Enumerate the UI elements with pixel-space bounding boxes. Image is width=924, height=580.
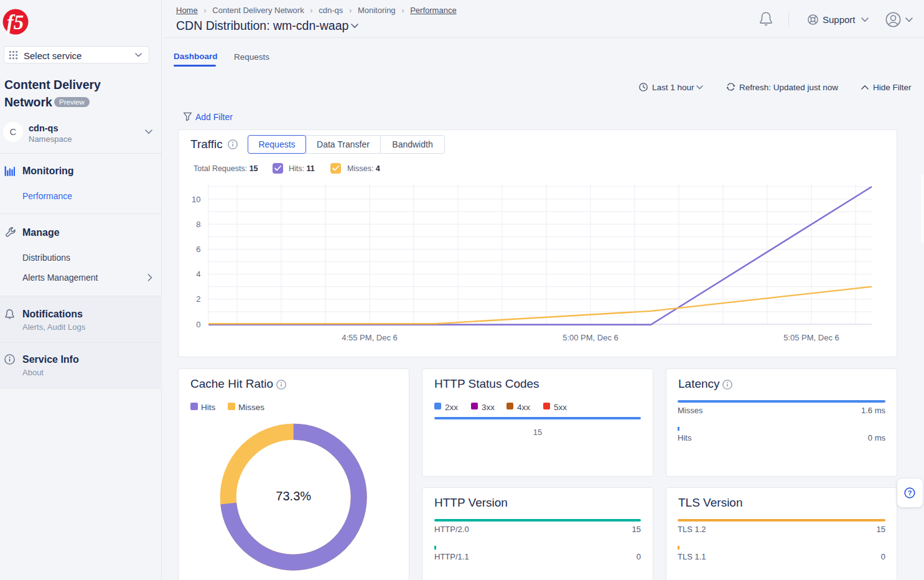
svg-text:2: 2 xyxy=(196,294,200,304)
svg-text:4: 4 xyxy=(196,269,200,279)
svg-text:4:55 PM, Dec 6: 4:55 PM, Dec 6 xyxy=(342,333,398,342)
svg-text:5:00 PM, Dec 6: 5:00 PM, Dec 6 xyxy=(562,333,618,342)
svg-text:8: 8 xyxy=(196,220,200,229)
svg-text:?: ? xyxy=(908,489,912,497)
svg-text:6: 6 xyxy=(196,245,200,254)
svg-text:0: 0 xyxy=(196,320,200,329)
svg-text:f5: f5 xyxy=(7,11,24,34)
svg-text:5:05 PM, Dec 6: 5:05 PM, Dec 6 xyxy=(783,333,839,342)
svg-text:73.3%: 73.3% xyxy=(276,489,311,503)
svg-text:10: 10 xyxy=(192,195,200,204)
